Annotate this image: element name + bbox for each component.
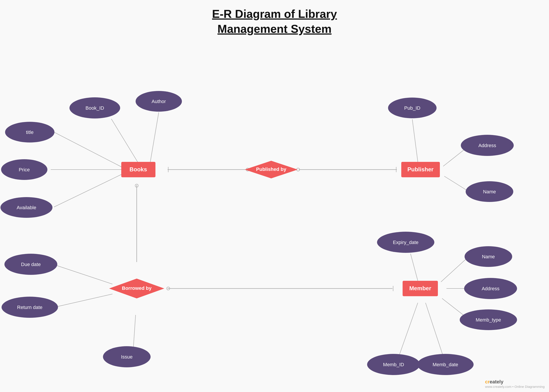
attr-memb-type-label: Memb_type [476,317,501,323]
attr-pub-id-label: Pub_ID [404,105,420,111]
svg-line-16 [54,174,122,207]
attr-expiry-date-label: Expiry_date [393,240,419,245]
attr-book-id-label: Book_ID [86,105,104,111]
svg-line-25 [426,303,443,356]
watermark: creately www.creately.com • Online Diagr… [485,379,545,388]
attr-author-label: Author [152,99,166,104]
relation-published-by-label: Published by [256,167,287,172]
svg-line-21 [441,259,466,282]
attr-mem-name-label: Name [482,254,495,259]
svg-line-26 [56,265,112,284]
svg-line-14 [54,132,122,167]
attr-pub-name-label: Name [483,189,496,195]
svg-line-28 [133,315,136,348]
entity-publisher-label: Publisher [407,166,433,173]
attr-available-label: Available [17,205,36,210]
svg-line-13 [150,112,159,164]
attr-return-date-label: Return date [17,305,43,310]
attr-issue-label: Issue [121,354,133,360]
svg-line-27 [57,294,112,307]
attr-due-date-label: Due date [21,262,41,267]
er-diagram: Books Publisher Member Published by Borr… [0,0,549,392]
attr-memb-date-label: Memb_date [433,362,458,367]
svg-line-17 [412,119,418,162]
svg-line-24 [399,303,418,356]
svg-line-19 [444,176,470,192]
attr-price-label: Price [19,167,30,172]
attr-pub-address-label: Address [478,143,496,148]
entity-books-label: Books [130,166,147,173]
attr-title-label: title [26,129,34,135]
relation-borrowed-by-label: Borrowed by [122,285,152,291]
svg-line-12 [111,119,139,164]
watermark-sub: www.creately.com • Online Diagramming [485,385,545,388]
svg-line-20 [411,254,418,281]
attr-mem-address-label: Address [482,286,500,291]
attr-memb-id-label: Memb_ID [383,362,404,367]
creately-logo: creately [485,379,545,385]
entity-member-label: Member [409,285,431,292]
